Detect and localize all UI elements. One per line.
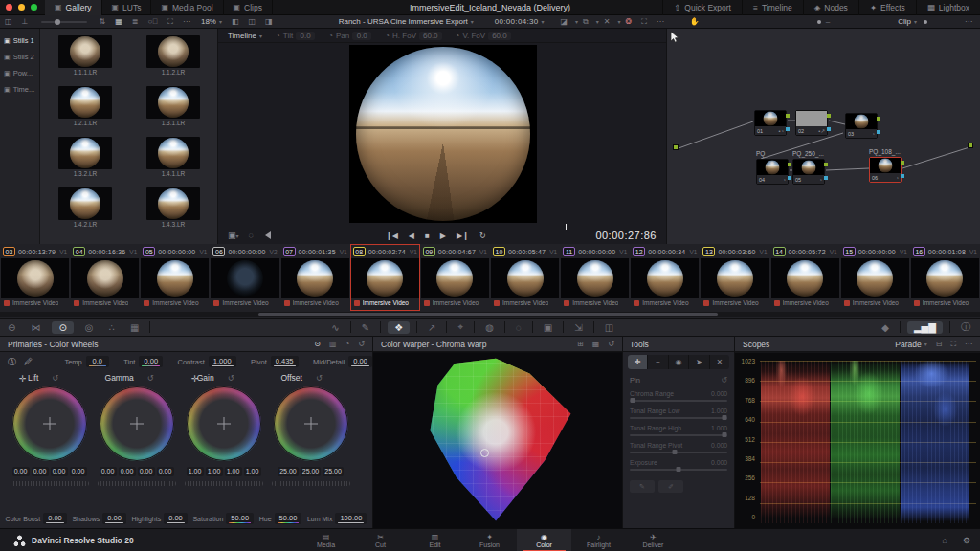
motion-effects-icon[interactable]: ▦ [130,322,139,333]
still-thumbnail[interactable] [146,35,200,68]
node-02[interactable]: 02▪↗ [795,110,828,136]
parade-scope[interactable]: 10238967686405123842561280 [735,353,980,528]
still-thumbnail[interactable] [146,86,200,119]
warper-slider-thumb[interactable] [631,398,635,403]
gallery-still[interactable]: 1.4.2.LR [45,185,125,235]
select-tool[interactable]: ➤ [689,355,709,369]
footer-adjustment-value[interactable]: 0.00 [43,513,67,524]
warper-slider-track[interactable] [630,469,727,471]
footer-adjustment-value[interactable]: 100.00 [335,513,367,524]
gain-master-slider[interactable] [185,481,263,486]
macos-minimize-button[interactable] [18,4,25,11]
warper-slider-thumb[interactable] [672,450,677,454]
viewer-options-icon[interactable]: ⋯ [657,17,664,26]
adjustment-value[interactable]: 0.435 [271,356,299,367]
split-viewer-icon[interactable]: ◫ [249,17,256,26]
adjustment-value[interactable]: 0.0 [86,356,109,367]
video-frame[interactable] [349,45,537,223]
viewer-zoom-dropdown[interactable]: 18%▾ [201,17,222,26]
page-tab[interactable]: ♪ Fairlight [571,529,626,551]
expand-icon[interactable]: ⛶ [167,17,173,27]
project-manager-icon[interactable]: ⌂ [942,536,947,545]
pin-tool[interactable]: ◉ [669,355,689,369]
gamma-master-slider[interactable] [98,481,176,486]
sizing-icon[interactable]: ⇲ [574,322,582,333]
lift-master-value[interactable]: 0.00 [12,467,30,476]
node-output-port[interactable] [968,143,973,148]
remove-pin-tool[interactable]: − [648,355,668,369]
page-tab[interactable]: ✦ Fusion [462,529,517,551]
gain-green-value[interactable]: 1.00 [225,467,242,476]
magic-mask-icon[interactable]: ◍ [485,322,494,333]
panel-toggle-tab[interactable]: ▣ Clips [224,0,273,15]
still-thumbnail[interactable] [146,137,200,169]
picker-icon[interactable]: 🖉 [24,357,33,366]
still-export-icon[interactable]: ⊥ [22,17,29,26]
workspace-action-button[interactable]: ◈ Nodes [803,0,858,15]
adjustment-value[interactable]: 0.00 [139,356,163,367]
timeline-clip[interactable]: 16 00:00:01:08 V1 Immersive Video [910,244,980,311]
timeline-clip[interactable]: 03 00:00:13:79 V1 Immersive Video [0,244,70,311]
warper-slider-track[interactable] [630,400,727,402]
lift-color-wheel[interactable] [12,386,87,461]
timeline-scrollbar-thumb[interactable] [258,313,718,316]
timeline-clip[interactable]: 11 00:00:00:00 V1 Immersive Video [560,244,630,311]
gallery-still[interactable]: 1.4.1.LR [133,134,213,185]
warper-slider-thumb[interactable] [677,467,681,472]
workspace-action-button[interactable]: ✦ Effects [858,0,916,15]
workspace-action-button[interactable]: ⇧ Quick Export [662,0,742,15]
clip-thumbnail[interactable] [561,258,629,298]
timeline-clip[interactable]: 13 00:00:03:60 V1 Immersive Video [700,244,769,311]
clip-thumbnail[interactable] [211,258,278,298]
timeline-clip[interactable]: 07 00:00:01:35 V1 Immersive Video [280,244,350,311]
lift-red-value[interactable]: 0.00 [32,467,49,476]
clip-thumbnail[interactable] [841,258,909,298]
search-icon[interactable]: ○⃘ [148,17,159,26]
camera-raw-icon[interactable]: ⊖ [8,322,15,333]
immersive-control[interactable]: ◔ V. FoV 60.0 [456,32,511,40]
delete-pin-tool[interactable]: ✕ [710,355,729,369]
go-to-last-frame-button[interactable]: ▶❙ [457,231,469,240]
panel-toggle-tab[interactable]: ▣ Gallery [45,0,102,15]
gallery-still[interactable]: 1.3.1.LR [133,83,213,134]
highlight-icon[interactable]: ❂ [625,17,632,26]
node-05[interactable]: 05◔ [792,159,825,185]
footer-adjustment-value[interactable]: 0.00 [102,513,126,524]
timeline-clip[interactable]: 06 00:00:00:00 V2 Immersive Video [210,244,279,311]
node-04[interactable]: 04◔ [756,159,789,185]
node-03[interactable]: 03◔ [845,113,878,139]
list-view-icon[interactable]: ≣ [132,17,139,26]
warper-reset-icon[interactable]: ↺ [608,340,614,348]
timeline-clip[interactable]: 04 00:00:16:36 V1 Immersive Video [70,244,140,311]
gain-master-value[interactable]: 1.00 [187,467,204,476]
fullscreen-icon[interactable]: ⛶ [641,17,647,27]
macos-zoom-button[interactable] [31,4,37,11]
viewer-mode-dropdown[interactable]: Timeline▾ [228,32,262,40]
chroma-warp-plot[interactable] [373,353,622,528]
gain-red-value[interactable]: 1.00 [206,467,223,476]
single-viewer-icon[interactable]: ◧ [232,17,239,26]
page-dash-indicator[interactable]: ‒ [826,17,830,26]
enhanced-viewer-icon[interactable]: ◨ [265,17,273,26]
audio-mute-icon[interactable] [265,231,271,239]
timeline-clip[interactable]: 05 00:00:00:00 V1 Immersive Video [140,244,210,311]
warp-cursor[interactable] [480,449,489,457]
color-wheels-icon[interactable]: ⊙ [52,321,73,334]
key-icon[interactable]: ▣ [544,322,552,333]
reset-icon[interactable]: ↺ [228,374,234,383]
page-dot-indicator[interactable] [817,20,821,24]
sort-icon[interactable]: ⇅ [100,17,106,26]
page-tab[interactable]: ✈ Deliver [626,529,680,551]
node-graph[interactable]: 01▪◔ 02▪↗ 03◔ PQ 04◔ PQ_250_... 05◔ PQ_1… [667,29,980,244]
warper-slider-track[interactable] [630,452,727,453]
still-thumbnail[interactable] [58,187,112,220]
offset-master-slider[interactable] [272,481,350,486]
clip-thumbnail[interactable] [911,258,979,298]
clip-thumbnail[interactable] [141,258,209,298]
clip-thumbnail[interactable] [1,258,69,298]
warper-grid-icon[interactable]: ⊞ [577,340,584,348]
gamma-color-wheel[interactable] [100,386,174,461]
node-01[interactable]: 01▪◔ [754,110,787,136]
footer-adjustment-value[interactable]: 0.00 [164,513,188,524]
clip-thumbnail[interactable] [281,258,349,298]
